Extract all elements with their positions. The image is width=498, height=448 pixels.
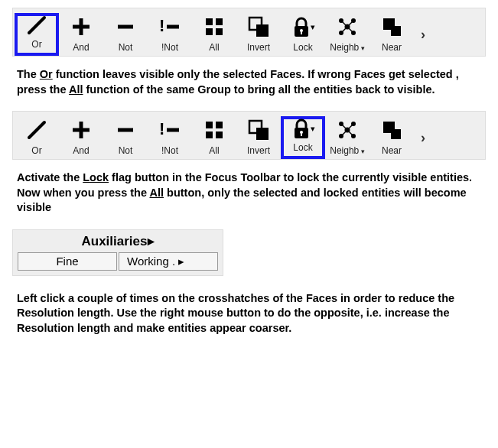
!not-button[interactable]: !Not — [148, 13, 192, 56]
toolbar-item-label: Near — [382, 42, 402, 53]
all-button[interactable]: All — [192, 13, 236, 56]
toolbar-item-label: Lock — [293, 142, 312, 153]
auxiliaries-title-label: Auxiliaries — [82, 234, 148, 248]
invert-icon — [248, 118, 269, 142]
text-all: All — [69, 83, 83, 96]
toolbar-item-label: All — [209, 42, 219, 53]
toolbar-item-label: Neighb ▾ — [330, 42, 365, 53]
not-button[interactable]: Not — [103, 116, 148, 159]
toolbar-item-label: All — [209, 145, 219, 156]
focus-toolbar-2: OrAndNot!NotAllInvert ▾LockNeighb ▾Near› — [12, 111, 486, 160]
focus-toolbar-1: OrAndNot!NotAllInvert ▾LockNeighb ▾Near› — [12, 8, 486, 57]
lock-button[interactable]: ▾Lock — [281, 116, 325, 159]
text-all: All — [150, 187, 164, 199]
slash-icon — [26, 118, 47, 142]
bangminus-icon — [159, 15, 181, 39]
not-button[interactable]: Not — [103, 13, 148, 56]
toolbar-item-label: Invert — [247, 42, 270, 53]
toolbar-item-label: Lock — [293, 42, 312, 53]
invert-button[interactable]: Invert — [236, 13, 281, 56]
and-button[interactable]: And — [59, 13, 103, 56]
neigh-icon — [337, 15, 358, 39]
minus-icon — [115, 15, 136, 39]
lock-icon: ▾ — [291, 118, 315, 139]
text: Activate the — [17, 171, 83, 183]
near-icon — [381, 15, 402, 39]
text: function of the same Group to bring all … — [83, 83, 435, 96]
fine-button[interactable]: Fine — [18, 252, 117, 271]
neigh-icon — [337, 118, 358, 142]
near-button[interactable]: Near — [369, 116, 414, 159]
grid-icon — [203, 15, 225, 39]
!not-button[interactable]: !Not — [148, 116, 192, 159]
or-button[interactable]: Or — [15, 13, 59, 56]
slash-icon — [26, 15, 47, 36]
chevron-down-icon: ▾ — [359, 44, 365, 52]
near-icon — [381, 118, 402, 142]
chevron-right-icon: ▸ — [178, 255, 184, 268]
text-lock: Lock — [83, 171, 109, 183]
toolbar-item-label: Or — [31, 145, 41, 156]
toolbar-item-label: And — [73, 42, 89, 53]
text-or: Or — [40, 68, 53, 80]
toolbar-item-label: Neighb ▾ — [330, 145, 365, 156]
chevron-down-icon: ▾ — [311, 124, 315, 134]
minus-icon — [115, 118, 136, 142]
toolbar-item-label: Not — [119, 42, 133, 53]
overflow-button[interactable]: › — [414, 13, 432, 56]
neighb-button[interactable]: Neighb ▾ — [325, 116, 369, 159]
bangminus-icon — [159, 118, 181, 142]
chevron-down-icon: ▾ — [311, 22, 315, 32]
working-button[interactable]: Working . ▸ — [119, 252, 218, 271]
caption-or: The Or function leaves visible only the … — [17, 67, 483, 97]
and-button[interactable]: And — [59, 116, 103, 159]
invert-button[interactable]: Invert — [236, 116, 281, 159]
caption-resolution: Left click a couple of times on the cros… — [17, 291, 483, 336]
neighb-button[interactable]: Neighb ▾ — [325, 13, 369, 56]
text: The — [17, 68, 40, 80]
fine-label: Fine — [56, 255, 78, 268]
invert-icon — [248, 15, 269, 39]
all-button[interactable]: All — [192, 116, 236, 159]
plus-icon — [70, 15, 92, 39]
toolbar-item-label: Near — [382, 145, 402, 156]
caption-lock: Activate the Lock flag button in the Foc… — [17, 170, 483, 216]
lock-icon: ▾ — [291, 15, 315, 39]
auxiliaries-title: Auxiliaries▸ — [18, 233, 218, 252]
auxiliaries-panel: Auxiliaries▸ Fine Working . ▸ — [12, 229, 223, 276]
toolbar-item-label: !Not — [161, 42, 178, 53]
toolbar-item-label: Or — [31, 39, 41, 50]
toolbar-item-label: Not — [119, 145, 133, 156]
chevron-down-icon: ▾ — [359, 148, 365, 155]
working-label: Working . — [127, 255, 175, 268]
toolbar-item-label: !Not — [161, 145, 178, 156]
overflow-button[interactable]: › — [414, 116, 432, 159]
toolbar-item-label: Invert — [247, 145, 270, 156]
grid-icon — [203, 118, 225, 142]
or-button[interactable]: Or — [15, 116, 59, 159]
near-button[interactable]: Near — [369, 13, 414, 56]
plus-icon — [70, 118, 92, 142]
chevron-right-icon: ▸ — [148, 234, 155, 248]
toolbar-item-label: And — [73, 145, 89, 156]
lock-button[interactable]: ▾Lock — [281, 13, 325, 56]
